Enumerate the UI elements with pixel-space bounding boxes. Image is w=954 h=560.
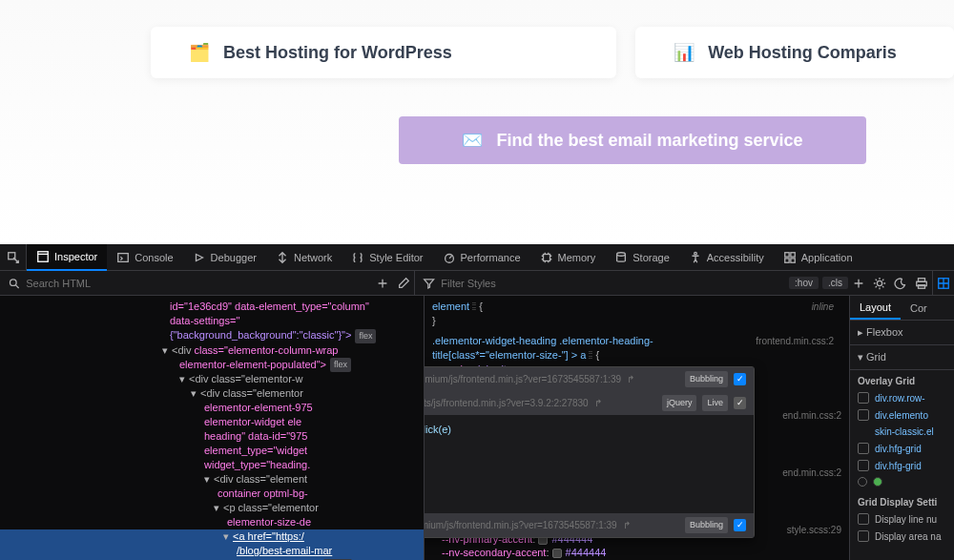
tab-label: Application — [801, 252, 853, 263]
cta-label: Find the best email marketing service — [496, 131, 802, 151]
tab-storage[interactable]: Storage — [605, 244, 679, 271]
display-area-names-toggle[interactable]: Display area na — [850, 528, 954, 545]
caret-icon[interactable]: ▾ — [191, 386, 200, 401]
html-tag: <div class="element — [214, 473, 307, 485]
html-attr: data-settings=" — [170, 315, 239, 326]
search-html-input[interactable] — [26, 278, 364, 289]
layout-side-tab[interactable]: Layout — [850, 296, 901, 320]
layout-tab-icon[interactable] — [933, 273, 954, 294]
add-element-button[interactable] — [372, 273, 393, 294]
card-label: Best Hosting for WordPress — [223, 43, 452, 63]
tab-label: Debugger — [211, 252, 257, 263]
cls-toggle[interactable]: .cls — [822, 277, 848, 289]
css-source-link[interactable]: frontend.min.css:2 — [756, 334, 834, 348]
listener-enabled-checkbox[interactable]: ✓ — [734, 373, 746, 385]
css-source-link[interactable]: end.min.css:2 — [782, 408, 841, 423]
css-selector: title[class*="elementor-size-"] > a — [432, 349, 586, 361]
html-attr: elementor-size-de — [227, 516, 311, 528]
html-tree-panel[interactable]: id="1e36cd9" data-element_type="column" … — [0, 296, 424, 560]
pick-element-icon[interactable] — [0, 244, 27, 271]
cta-email-marketing[interactable]: ✉️ Find the best email marketing service — [399, 116, 866, 164]
computed-side-tab[interactable]: Cor — [901, 296, 937, 320]
svg-point-5 — [617, 252, 626, 256]
caret-icon[interactable]: ▾ — [162, 343, 172, 358]
filter-styles-input[interactable] — [441, 278, 781, 289]
grid-overlay-item[interactable]: div.hfg-grid — [850, 457, 954, 474]
css-selector: element — [432, 301, 469, 312]
sidebar-tabs: Layout Cor — [850, 296, 954, 321]
event-source-link[interactable]: …-premium/js/frontend.min.js?ver=1673545… — [424, 372, 621, 386]
webpage-preview: 🗂️ Best Hosting for WordPress 📊 Web Host… — [0, 0, 954, 244]
tab-label: Console — [135, 252, 173, 263]
tab-performance[interactable]: Performance — [433, 244, 530, 271]
grid-color-dots — [850, 474, 954, 489]
tab-label: Performance — [461, 252, 521, 263]
bubbling-badge: Bubbling — [685, 517, 728, 533]
css-source-inline: inline — [812, 300, 834, 314]
css-source-link[interactable]: end.min.css:2 — [782, 466, 841, 480]
layout-sidebar: Layout Cor ▸ Flexbox ▾ Grid Overlay Grid… — [849, 296, 954, 560]
event-source-link[interactable]: …tor/assets/js/frontend.min.js?ver=3.9.2… — [424, 396, 589, 410]
envelope-icon: ✉️ — [462, 130, 483, 151]
jquery-badge: jQuery — [662, 395, 697, 411]
tab-accessibility[interactable]: Accessibility — [679, 244, 774, 271]
dark-theme-button[interactable] — [890, 273, 911, 294]
css-rules-panel[interactable]: element ⦙⦙ { inline } .elementor-widget-… — [424, 296, 849, 560]
grid-section-header[interactable]: ▾ Grid — [850, 345, 954, 370]
caret-icon[interactable]: ▾ — [179, 372, 189, 386]
tab-application[interactable]: Application — [774, 244, 862, 271]
grid-overlay-item[interactable]: div.row.row- — [850, 389, 954, 406]
caret-icon[interactable]: ▾ — [223, 529, 233, 544]
click-listener-row[interactable]: ▾ click …tor/assets/js/frontend.min.js?v… — [424, 391, 754, 415]
print-media-button[interactable] — [911, 273, 932, 294]
css-color-value[interactable]: #444444 — [566, 547, 607, 558]
card-best-hosting[interactable]: 🗂️ Best Hosting for WordPress — [151, 27, 616, 78]
caret-icon[interactable]: ▾ — [214, 501, 223, 515]
auxclick-listener-row[interactable]: ▸ auxclick …-premium/js/frontend.min.js?… — [424, 367, 754, 391]
html-attr: elementor-element-975 — [204, 402, 313, 413]
flex-badge[interactable]: flex — [330, 358, 351, 372]
card-hosting-comparison[interactable]: 📊 Web Hosting Comparis — [635, 27, 954, 78]
tab-debugger[interactable]: Debugger — [183, 244, 266, 271]
hov-toggle[interactable]: :hov — [789, 277, 819, 289]
listener-enabled-checkbox[interactable]: ✓ — [734, 397, 746, 409]
event-source-link[interactable]: …per-premium/js/frontend.min.js?ver=1673… — [424, 518, 617, 532]
listener-enabled-checkbox[interactable]: ✓ — [734, 519, 746, 531]
css-variable[interactable]: --nv-secondary-accent — [442, 547, 546, 558]
html-attr: container optml-bg- — [218, 487, 308, 499]
grid-display-settings-heading: Grid Display Setti — [850, 489, 954, 510]
css-source-link[interactable]: style.scss:29 — [787, 523, 841, 537]
display-line-numbers-toggle[interactable]: Display line nu — [850, 510, 954, 528]
caret-icon[interactable]: ▾ — [204, 472, 214, 487]
tab-label: Storage — [633, 252, 670, 263]
eyedropper-button[interactable] — [393, 273, 414, 294]
flex-badge[interactable]: flex — [355, 329, 376, 343]
chart-icon: 📊 — [674, 42, 695, 63]
tab-label: Style Editor — [369, 252, 423, 263]
grid-overlay-item[interactable]: div.elemento — [850, 406, 954, 424]
color-swatch[interactable] — [552, 549, 562, 558]
html-tag: <div class="elementor — [200, 387, 303, 399]
html-tag: <div class="elementor-w — [189, 373, 302, 384]
bubbling-badge: Bubbling — [685, 371, 728, 387]
tab-label: Network — [294, 252, 332, 263]
svg-rect-7 — [784, 252, 788, 256]
live-badge: Live — [702, 395, 728, 411]
svg-point-12 — [877, 280, 881, 285]
tab-style-editor[interactable]: Style Editor — [342, 244, 432, 271]
html-attr: heading" data-id="975 — [204, 430, 307, 442]
grid-overlay-item[interactable]: div.hfg-grid — [850, 440, 954, 457]
add-rule-button[interactable] — [848, 273, 869, 294]
tab-memory[interactable]: Memory — [530, 244, 606, 271]
search-html-box — [0, 271, 372, 296]
html-selected-node[interactable]: <a href="https:/ — [233, 530, 304, 542]
flexbox-section-header[interactable]: ▸ Flexbox — [850, 321, 954, 345]
tab-console[interactable]: Console — [107, 244, 182, 271]
tab-network[interactable]: Network — [266, 244, 342, 271]
search-icon — [8, 277, 20, 290]
light-theme-button[interactable] — [869, 273, 890, 294]
tab-inspector[interactable]: Inspector — [27, 244, 107, 271]
inspector-panels: id="1e36cd9" data-element_type="column" … — [0, 296, 954, 560]
html-attr: element_type="widget — [204, 445, 307, 456]
click-listener-row-2[interactable]: ▸ click …per-premium/js/frontend.min.js?… — [424, 513, 754, 537]
